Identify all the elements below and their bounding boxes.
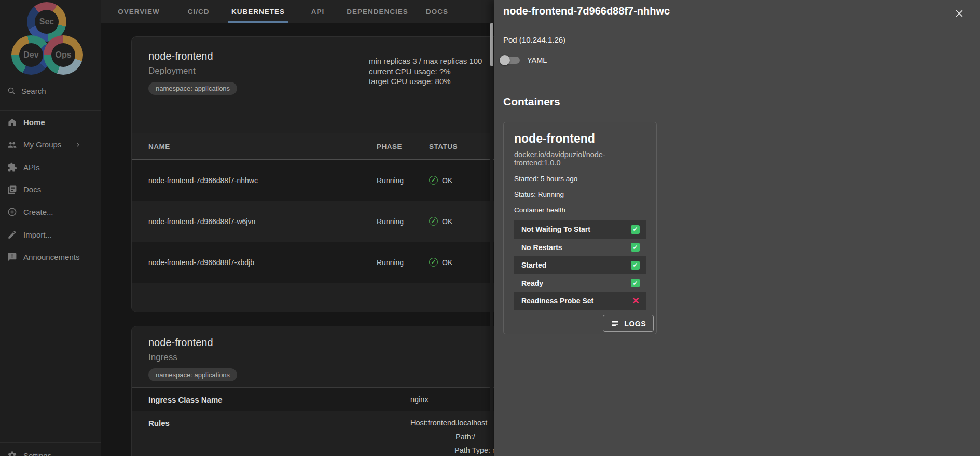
tab-overview[interactable]: OVERVIEW xyxy=(109,0,169,23)
yaml-toggle-row[interactable]: YAML xyxy=(501,56,547,64)
tab-api[interactable]: API xyxy=(288,0,348,23)
sidebar-item-my-groups[interactable]: My Groups xyxy=(0,133,101,156)
container-image: docker.io/davidpuziol/node-frontend:1.0.… xyxy=(514,150,646,167)
pencil-icon xyxy=(7,230,17,240)
sidebar-item-create[interactable]: Create... xyxy=(0,201,101,223)
sidebar-item-announcements[interactable]: Announcements xyxy=(0,246,101,268)
health-label: Started xyxy=(521,261,546,269)
health-row: No Restarts ✓ xyxy=(514,239,646,257)
sidebar-item-label: Settings xyxy=(23,451,51,456)
current-cpu-info: current CPU usage: ?% xyxy=(369,66,482,77)
plus-circle-icon xyxy=(7,207,17,217)
sidebar-item-label: My Groups xyxy=(23,140,61,149)
hpa-metrics: min replicas 3 / max replicas 100 curren… xyxy=(369,56,482,87)
check-circle-icon: ✓ xyxy=(429,217,438,226)
ingress-class-value: nginx xyxy=(410,395,429,404)
sidebar-item-settings[interactable]: Settings xyxy=(0,447,101,456)
checkbox-check-icon: ✓ xyxy=(631,225,640,234)
logs-button[interactable]: LOGS xyxy=(603,315,654,332)
home-icon xyxy=(7,117,17,127)
rule-path: Path:/ xyxy=(456,433,475,441)
tab-docs[interactable]: DOCS xyxy=(407,0,467,23)
health-row: Ready ✓ xyxy=(514,274,646,293)
pod-status-label: OK xyxy=(442,217,452,226)
yaml-toggle-switch[interactable] xyxy=(501,57,520,64)
puzzle-icon xyxy=(7,162,17,172)
drawer-subtitle: Pod (10.244.1.26) xyxy=(503,35,565,44)
namespace-chip: namespace: applications xyxy=(148,82,237,95)
ops-label: Ops xyxy=(51,43,75,67)
pod-phase: Running xyxy=(377,217,429,226)
container-started: Started: 5 hours ago xyxy=(514,175,646,183)
sidebar: Sec Dev Ops Search Home xyxy=(0,0,101,456)
x-mark-icon: ✕ xyxy=(632,297,640,306)
health-row: Started ✓ xyxy=(514,256,646,274)
container-health-heading: Container health xyxy=(514,206,646,214)
gear-icon xyxy=(7,451,17,456)
sidebar-item-import[interactable]: Import... xyxy=(0,223,101,245)
ingress-class-label: Ingress Class Name xyxy=(132,395,223,404)
checkbox-check-icon: ✓ xyxy=(631,279,640,287)
sidebar-search[interactable]: Search xyxy=(0,82,101,100)
sec-label: Sec xyxy=(35,10,59,34)
pod-details-drawer: node-frontend-7d966d88f7-nhhwc Pod (10.2… xyxy=(494,0,980,456)
pod-name: node-frontend-7d966d88f7-w6jvn xyxy=(132,217,377,226)
health-row: Readiness Probe Set ✕ xyxy=(514,292,646,310)
sidebar-item-label: Home xyxy=(23,118,45,127)
sidebar-item-label: Announcements xyxy=(23,253,79,261)
main-scrollbar-track[interactable] xyxy=(490,23,493,456)
namespace-chip: namespace: applications xyxy=(148,368,237,381)
devsecops-logo: Sec Dev Ops xyxy=(5,2,95,80)
sidebar-item-home[interactable]: Home xyxy=(0,111,101,133)
health-row: Not Waiting To Start ✓ xyxy=(514,220,646,239)
tab-kubernetes[interactable]: KUBERNETES xyxy=(228,0,288,23)
main-scrollbar-thumb[interactable] xyxy=(490,23,493,66)
toggle-knob xyxy=(500,55,510,65)
sidebar-item-label: Import... xyxy=(23,230,52,239)
checkbox-check-icon: ✓ xyxy=(631,243,640,252)
dev-label: Dev xyxy=(19,43,43,67)
sidebar-bottom-divider xyxy=(0,442,101,443)
health-label: No Restarts xyxy=(521,243,562,252)
logs-icon xyxy=(611,319,619,328)
container-card: node-frontend docker.io/davidpuziol/node… xyxy=(503,122,657,334)
close-icon[interactable] xyxy=(954,8,964,19)
pod-name: node-frontend-7d966d88f7-nhhwc xyxy=(132,176,377,185)
sidebar-item-label: APIs xyxy=(23,163,40,172)
pod-phase: Running xyxy=(377,258,429,267)
checkbox-check-icon: ✓ xyxy=(631,261,640,270)
pod-status-label: OK xyxy=(442,176,452,185)
ingress-rules-label: Rules xyxy=(132,419,170,427)
check-circle-icon: ✓ xyxy=(429,176,438,185)
ops-ring: Ops xyxy=(44,35,83,75)
containers-heading: Containers xyxy=(503,95,560,108)
pod-name: node-frontend-7d966d88f7-xbdjb xyxy=(132,258,377,267)
chevron-right-icon xyxy=(75,142,81,148)
check-circle-icon: ✓ xyxy=(429,258,438,267)
announcement-icon xyxy=(7,252,17,262)
column-header-phase: PHASE xyxy=(377,143,429,150)
search-icon xyxy=(7,87,16,95)
container-name: node-frontend xyxy=(514,132,646,146)
tab-cicd[interactable]: CI/CD xyxy=(169,0,228,23)
container-status: Status: Running xyxy=(514,190,646,198)
pod-phase: Running xyxy=(377,176,429,185)
health-label: Ready xyxy=(521,279,543,287)
sidebar-search-label: Search xyxy=(21,87,46,95)
target-cpu-info: target CPU usage: 80% xyxy=(369,76,482,87)
sidebar-item-label: Create... xyxy=(23,208,53,216)
app-window: Sec Dev Ops Search Home xyxy=(0,0,980,456)
pod-status-label: OK xyxy=(442,258,452,267)
sidebar-item-apis[interactable]: APIs xyxy=(0,156,101,178)
tab-dependencies[interactable]: DEPENDENCIES xyxy=(348,0,407,23)
sidebar-item-docs[interactable]: Docs xyxy=(0,178,101,201)
logs-button-label: LOGS xyxy=(624,320,646,328)
health-label: Not Waiting To Start xyxy=(521,225,590,233)
groups-icon xyxy=(7,140,17,149)
yaml-toggle-label: YAML xyxy=(527,56,547,64)
sidebar-nav: Home My Groups APIs xyxy=(0,111,101,268)
rule-host: Host:frontend.localhost xyxy=(410,419,487,427)
column-header-name: NAME xyxy=(132,143,377,150)
docs-icon xyxy=(7,185,17,195)
drawer-title: node-frontend-7d966d88f7-nhhwc xyxy=(503,5,670,17)
